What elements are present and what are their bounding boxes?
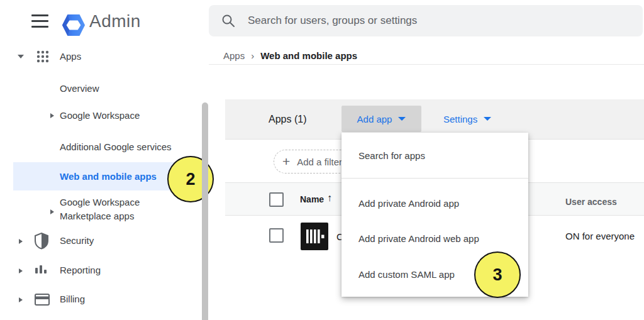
annotation-step-2-number: 2 — [186, 170, 195, 189]
apps-count-label: Apps (1) — [269, 114, 306, 125]
settings-button[interactable]: Settings — [443, 106, 491, 132]
sidebar-item-label: Google Workspace — [60, 111, 140, 121]
column-header-name[interactable]: Name — [300, 194, 324, 204]
sidebar-item-label: Reporting — [60, 265, 101, 275]
add-app-button-label: Add app — [357, 114, 392, 124]
annotation-step-3: 3 — [474, 251, 521, 298]
menu-icon[interactable] — [31, 14, 48, 31]
apps-grid-icon — [36, 50, 50, 63]
add-app-button[interactable]: Add app — [341, 106, 421, 132]
sidebar-item-label: Billing — [60, 294, 85, 304]
credit-card-icon — [35, 294, 50, 306]
row-checkbox[interactable] — [269, 228, 284, 243]
sidebar-item-overview[interactable]: Overview — [0, 75, 200, 102]
sidebar-item-billing[interactable]: Billing — [0, 285, 200, 313]
bar-chart-icon — [35, 265, 48, 275]
chevron-down-icon — [398, 117, 406, 121]
brand-title: Admin — [89, 11, 141, 31]
sidebar-item-reporting[interactable]: Reporting — [0, 257, 200, 284]
sidebar-item-google-workspace[interactable]: Google Workspace — [0, 102, 200, 130]
add-filter-label: Add a filter — [297, 157, 342, 167]
sidebar-item-label: Google Workspace Marketplace apps — [60, 196, 172, 223]
admin-console: Admin Apps › Web and mobile apps Apps Ov… — [0, 0, 644, 320]
settings-button-label: Settings — [443, 114, 477, 124]
sidebar-scrollbar-thumb[interactable] — [202, 102, 208, 320]
header-divider — [209, 64, 644, 65]
sidebar-item-label: Overview — [60, 84, 99, 94]
column-header-user-access: User access — [565, 197, 617, 207]
menu-item-add-private-android-web-app[interactable]: Add private Android web app — [341, 229, 528, 248]
sidebar-item-label: Security — [60, 236, 94, 246]
sidebar-item-additional-google-services[interactable]: Additional Google services — [0, 133, 200, 161]
app-logo-icon — [301, 223, 328, 250]
sidebar-item-apps[interactable]: Apps — [0, 43, 200, 70]
annotation-step-3-number: 3 — [492, 265, 502, 285]
sidebar-item-label: Web and mobile apps — [60, 172, 157, 182]
menu-divider — [341, 178, 528, 179]
chevron-down-icon — [484, 117, 491, 121]
chevron-right-icon — [19, 268, 23, 273]
sidebar-item-label: Additional Google services — [60, 142, 172, 152]
search-icon — [221, 14, 235, 28]
select-all-checkbox[interactable] — [269, 192, 284, 207]
breadcrumb-parent[interactable]: Apps — [223, 50, 245, 61]
sidebar-item-google-workspace-marketplace-apps[interactable]: Google Workspace Marketplace apps — [0, 191, 200, 226]
admin-logo — [62, 13, 86, 37]
menu-item-add-private-android-app[interactable]: Add private Android app — [341, 194, 528, 212]
breadcrumb: Apps › Web and mobile apps — [223, 50, 357, 61]
breadcrumb-separator-icon: › — [251, 50, 254, 61]
plus-icon: + — [282, 155, 290, 168]
menu-item-search-for-apps[interactable]: Search for apps — [341, 146, 528, 165]
chevron-right-icon — [19, 297, 23, 302]
chevron-down-icon — [18, 55, 24, 58]
user-access-value: ON for everyone — [565, 231, 635, 241]
sidebar-item-security[interactable]: Security — [0, 227, 200, 255]
search-bar[interactable] — [209, 5, 643, 36]
sidebar-item-label: Apps — [60, 52, 81, 62]
chevron-right-icon — [50, 113, 54, 118]
chevron-right-icon — [50, 209, 54, 214]
search-input[interactable] — [248, 14, 600, 27]
breadcrumb-current: Web and mobile apps — [260, 50, 357, 61]
shield-icon — [35, 233, 48, 250]
sort-ascending-icon[interactable]: ↑ — [327, 192, 332, 204]
chevron-right-icon — [19, 239, 23, 244]
